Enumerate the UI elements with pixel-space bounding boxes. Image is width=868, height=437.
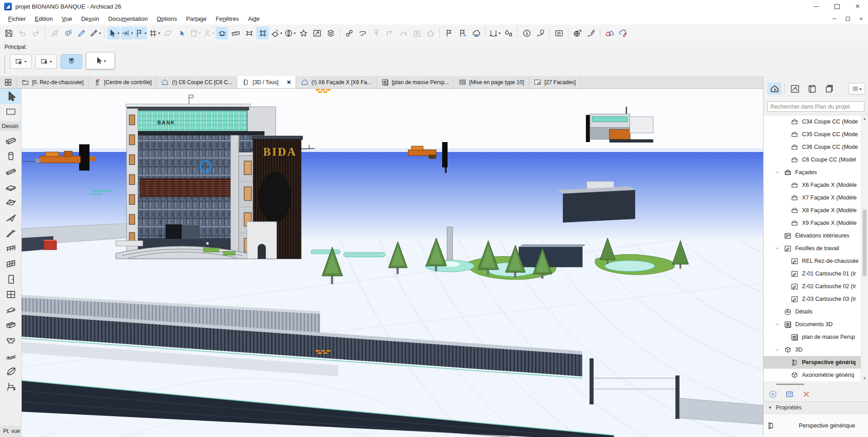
principal-arrow-big-button[interactable]: ▸ bbox=[86, 52, 115, 69]
toolbar-teamwork-button[interactable] bbox=[603, 27, 616, 39]
tool-opening[interactable] bbox=[0, 318, 22, 333]
scroll-thumb[interactable] bbox=[863, 209, 867, 276]
toolbar-trace-reference-button[interactable] bbox=[161, 27, 174, 39]
tree-item-3d[interactable]: 3D bbox=[764, 343, 868, 356]
tree-item-feuilles-de-travail[interactable]: Feuilles de travail bbox=[764, 242, 868, 255]
menu-item-partage[interactable]: Partage bbox=[182, 14, 212, 24]
chevron-down-icon[interactable] bbox=[774, 170, 780, 175]
toolbar-bimcloud-button[interactable] bbox=[617, 27, 629, 39]
toolbar-consultation-button[interactable] bbox=[243, 27, 255, 39]
toolbar-profile-user-button[interactable]: ▾ bbox=[202, 27, 215, 39]
toolbar-geo-locate-button[interactable] bbox=[534, 27, 547, 39]
toolbar-step-out-button[interactable] bbox=[383, 27, 396, 39]
settings-button[interactable] bbox=[785, 390, 794, 399]
tool-curtain-wall[interactable] bbox=[0, 256, 22, 271]
tree-item-documents-3d[interactable]: Documents 3D bbox=[764, 318, 868, 331]
tool-stair[interactable] bbox=[0, 225, 22, 241]
tree-item-x9-facade-x-modele[interactable]: X9 Façade X (Modèle bbox=[764, 217, 868, 229]
tree-item-c35-coupe-cc-mode[interactable]: C35 Coupe CC (Mode bbox=[764, 128, 868, 141]
tool-arrow[interactable] bbox=[0, 89, 22, 104]
tool-object[interactable] bbox=[0, 379, 22, 394]
toolbar-survey-point-button[interactable] bbox=[571, 27, 584, 39]
toolbar-save-button[interactable] bbox=[2, 27, 15, 39]
tool-roof[interactable] bbox=[0, 195, 22, 210]
tree-item-z-02-cartouche-02-ir[interactable]: Z-02 Cartouche 02 (Ir bbox=[764, 280, 868, 293]
tree-item-plan-de-masse-persp[interactable]: plan de masse Persp bbox=[764, 331, 868, 343]
close-button[interactable]: ✕ bbox=[847, 0, 868, 13]
tree-item-perspective-generiq[interactable]: Perspective génériq bbox=[764, 356, 868, 369]
menu-item-edition[interactable]: Edition bbox=[30, 14, 57, 24]
chevron-down-icon[interactable] bbox=[774, 347, 780, 352]
menu-item-dessin[interactable]: Dessin bbox=[76, 14, 104, 24]
principal-selection-pointer-button[interactable]: ▸ bbox=[35, 54, 57, 69]
menu-item-options[interactable]: Options bbox=[152, 14, 182, 24]
tool-beam[interactable] bbox=[0, 164, 22, 179]
toolbar-highlight-pointer-button[interactable] bbox=[175, 27, 188, 39]
tree-item-axonometrie-generiq[interactable]: Axonométrie génériq bbox=[764, 369, 868, 381]
scroll-up-icon[interactable]: ▲ bbox=[861, 115, 868, 122]
tool-slab[interactable] bbox=[0, 179, 22, 195]
tree-item-rel-rez-de-chaussee[interactable]: REL Rez-de-chaussée bbox=[764, 255, 868, 267]
toolbar-id-manager-button[interactable]: ID bbox=[552, 27, 565, 39]
tree-scrollbar[interactable]: ▲ ▼ bbox=[861, 115, 868, 381]
tool-column[interactable] bbox=[0, 148, 22, 164]
toolbar-flag-issues-button[interactable] bbox=[456, 27, 469, 39]
tool-mesh[interactable] bbox=[0, 348, 22, 364]
tree-item-c6-coupe-cc-model[interactable]: C6 Coupe CC (Modèl bbox=[764, 153, 868, 166]
tree-item-details[interactable]: Détails bbox=[764, 305, 868, 318]
tab-3[interactable]: (!) C6 Coupe CC [C6 C... bbox=[156, 76, 237, 88]
tab-8[interactable]: [27 Facades] bbox=[529, 76, 580, 88]
tool-zone[interactable] bbox=[0, 333, 22, 348]
navigator-tab-view-map[interactable] bbox=[788, 82, 802, 95]
chevron-down-icon[interactable] bbox=[774, 246, 780, 251]
tree-item-z-01-cartouche-01-ir[interactable]: Z-01 Cartouche 01 (Ir bbox=[764, 267, 868, 280]
panel-splitter[interactable] bbox=[764, 381, 868, 387]
tool-window[interactable] bbox=[0, 287, 22, 302]
menu-item-vue[interactable]: Vue bbox=[57, 14, 77, 24]
toolbar-send-frame-button[interactable] bbox=[410, 27, 423, 39]
toolbar-element-info-button[interactable] bbox=[520, 27, 533, 39]
toolbar-roof-level-button[interactable] bbox=[424, 27, 437, 39]
tree-item-elevations-interieures[interactable]: Élévations intérieures bbox=[764, 229, 868, 242]
add-button[interactable] bbox=[768, 390, 778, 399]
toolbar-spline-edit-button[interactable] bbox=[397, 27, 410, 39]
tab-close-icon[interactable]: ✕ bbox=[287, 79, 291, 86]
toolbar-redo-button[interactable] bbox=[29, 27, 42, 39]
tree-item-x6-facade-x-modele[interactable]: X6 Façade X (Modèle bbox=[764, 179, 868, 191]
chevron-down-icon[interactable] bbox=[774, 322, 780, 327]
tab-5[interactable]: (!) X6 Façade X [X6 Fa... bbox=[296, 76, 377, 88]
tool-shell[interactable] bbox=[0, 364, 22, 379]
toolbar-undo-button[interactable] bbox=[16, 27, 28, 39]
tab-4[interactable]: [3D / Tous]✕ bbox=[237, 76, 296, 88]
menu-item-aide[interactable]: Aide bbox=[243, 14, 264, 24]
navigator-menu-button[interactable]: ▸ bbox=[848, 83, 865, 95]
tree-item-facades[interactable]: Façades bbox=[764, 166, 868, 179]
maximize-button[interactable] bbox=[826, 0, 847, 13]
tool-door[interactable] bbox=[0, 271, 22, 287]
minimize-button[interactable] bbox=[806, 0, 826, 13]
toolbar-inject-parameters-button[interactable]: ▾ bbox=[89, 27, 101, 39]
toolbar-render-styles-button[interactable] bbox=[502, 27, 514, 39]
tab-6[interactable]: [plan de masse Persp... bbox=[377, 76, 454, 88]
navigator-tab-project-map[interactable] bbox=[767, 82, 782, 95]
toolbar-cloud-upload-button[interactable] bbox=[470, 27, 482, 39]
toolbar-snap-guides-button[interactable]: ▾ bbox=[121, 27, 133, 39]
scroll-down-icon[interactable]: ▼ bbox=[861, 375, 868, 381]
delete-button[interactable] bbox=[802, 390, 811, 399]
viewport-3d[interactable]: BANK BIDA bbox=[22, 89, 763, 437]
toolbar-pick-parameters-button[interactable] bbox=[75, 27, 88, 39]
menu-item-fenetres[interactable]: Fenêtres bbox=[211, 14, 243, 24]
principal-marquee-pointer-button[interactable]: ▸ bbox=[10, 54, 32, 69]
tab-7[interactable]: [Mise en page type 10] bbox=[454, 76, 529, 88]
tree-item-z-03-cartouche-03-ir[interactable]: Z-03 Cartouche 03 (Ir bbox=[764, 293, 868, 305]
toolbar-orbit-3d-button[interactable] bbox=[216, 27, 228, 39]
doc-restore-button[interactable] bbox=[841, 17, 854, 21]
toolbar-pick-up-parameters-button[interactable] bbox=[48, 27, 61, 39]
tool-marquee[interactable] bbox=[0, 104, 22, 119]
toolbar-dimension-button[interactable]: ▾ bbox=[488, 27, 501, 39]
toolbar-snap-points-button[interactable]: ▾ bbox=[134, 27, 147, 39]
tree-item-c36-coupe-cc-mode[interactable]: C36 Coupe CC (Mode bbox=[764, 141, 868, 153]
menu-item-documentation[interactable]: Documentation bbox=[104, 14, 152, 24]
toolbar-zoom-to-drawing-button[interactable] bbox=[311, 27, 323, 39]
menu-item-fichier[interactable]: Fichier bbox=[4, 14, 30, 24]
